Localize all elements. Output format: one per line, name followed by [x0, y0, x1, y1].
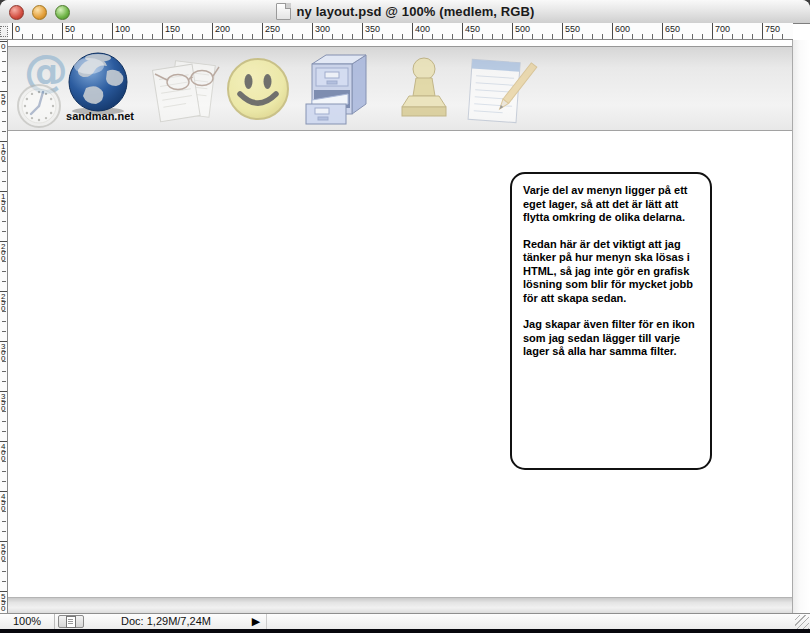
note-paragraph: Redan här är det viktigt att jag tänker …: [523, 238, 702, 306]
stamp-icon: [398, 56, 450, 122]
papers-glasses-icon: [144, 53, 220, 127]
vertical-ruler[interactable]: 050100150200250300350400450500550: [0, 40, 8, 613]
resize-grip[interactable]: [795, 615, 809, 629]
page-icon: [66, 616, 76, 628]
status-menu-arrow[interactable]: ▶: [246, 614, 267, 629]
title-area: ny layout.psd @ 100% (medlem, RGB): [0, 0, 810, 23]
doc-preview-button[interactable]: [58, 615, 84, 628]
photoshop-document-window: ny layout.psd @ 100% (medlem, RGB) 05010…: [0, 0, 810, 633]
note-paragraph: Varje del av menyn ligger på ett eget la…: [523, 184, 702, 225]
document-proxy-icon[interactable]: [276, 3, 291, 20]
globe-icon: [65, 51, 131, 115]
zoom-level-field[interactable]: 100%: [0, 614, 55, 629]
horizontal-ruler[interactable]: 0501001502002503003504004505005506006507…: [8, 23, 793, 40]
window-title: ny layout.psd @ 100% (medlem, RGB): [297, 4, 535, 19]
note-paragraph: Jag skapar även filter för en ikon som j…: [523, 318, 702, 359]
window-bottom-edge: [0, 629, 810, 633]
ruler-origin-box[interactable]: [0, 23, 8, 40]
doc-size-info: Doc: 1,29M/7,24M: [90, 614, 242, 629]
sandman-net-label: sandman.net: [62, 110, 138, 122]
title-bar[interactable]: ny layout.psd @ 100% (medlem, RGB): [0, 0, 810, 24]
notepad-pencil-icon: [464, 55, 538, 127]
file-cabinet-icon: [304, 52, 374, 128]
clock-icon: [16, 83, 62, 129]
vertical-scrollbar[interactable]: [792, 40, 810, 613]
note-box: Varje del av menyn ligger på ett eget la…: [510, 172, 712, 470]
document-canvas[interactable]: @: [8, 40, 792, 597]
horizontal-scrollbar[interactable]: [8, 597, 792, 613]
smiley-icon: [225, 56, 291, 122]
layout-menu-band: @: [8, 46, 792, 131]
status-bar: 100% Doc: 1,29M/7,24M ▶: [0, 613, 810, 629]
